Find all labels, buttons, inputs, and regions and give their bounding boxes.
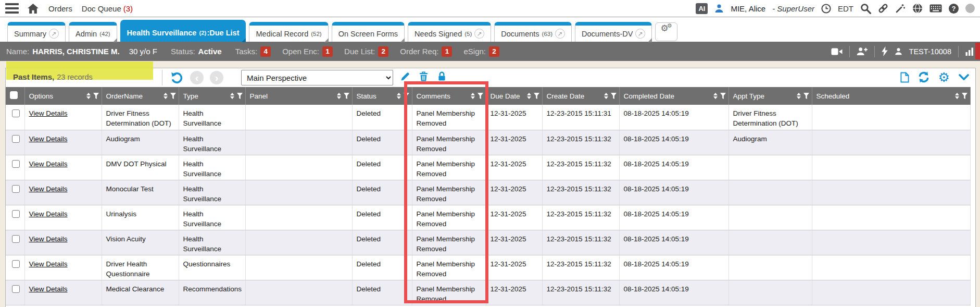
tab-settings-gears[interactable]: ⚙ ⚙ (655, 22, 677, 41)
header-scheduled[interactable]: Scheduled (812, 87, 970, 105)
view-details-link[interactable]: View Details (29, 285, 68, 293)
clock-icon[interactable] (821, 4, 831, 14)
prev-page-icon[interactable]: ‹ (190, 71, 204, 84)
collapse-chevron-icon[interactable] (959, 74, 969, 80)
lightning-icon[interactable] (882, 46, 888, 56)
tasks-badge[interactable]: 4 (260, 46, 271, 57)
filter-funnel-icon[interactable] (93, 93, 99, 99)
globe-icon[interactable] (912, 3, 923, 14)
tab-admin[interactable]: Admin (42) (69, 22, 117, 42)
header-appt-type[interactable]: Appt Type (728, 87, 812, 105)
breadcrumb-doc-queue[interactable]: Doc Queue(3) (82, 4, 133, 13)
user-name[interactable]: MIE, Alice (731, 4, 765, 13)
row-checkbox[interactable] (12, 260, 20, 268)
header-type[interactable]: Type (179, 87, 245, 105)
external-link-icon[interactable]: ↗ (635, 29, 645, 39)
view-details-link[interactable]: View Details (29, 109, 68, 117)
filter-funnel-icon[interactable] (478, 93, 483, 99)
tab-documents[interactable]: Documents (63) ↗ (494, 22, 572, 42)
order-req-badge[interactable]: 1 (442, 46, 452, 57)
lock-icon[interactable] (438, 71, 446, 81)
tab-summary[interactable]: Summary ↗ (7, 22, 66, 42)
filter-funnel-icon[interactable] (962, 93, 968, 99)
person-icon[interactable] (895, 47, 902, 55)
sort-icon[interactable] (230, 93, 234, 99)
external-link-icon[interactable]: ↗ (555, 29, 565, 39)
delete-trash-icon[interactable] (419, 71, 428, 81)
view-details-link[interactable]: View Details (29, 210, 68, 218)
keyboard-icon[interactable] (929, 4, 942, 13)
ai-badge[interactable]: AI (696, 3, 708, 14)
add-person-icon[interactable] (857, 47, 868, 56)
bar-chart-icon[interactable] (965, 47, 974, 56)
tab-health-surveillance[interactable]: Health Surveillance (2) :Due List (120, 20, 246, 42)
refresh-icon[interactable] (918, 71, 929, 83)
home-icon[interactable] (27, 3, 39, 14)
filter-funnel-icon[interactable] (720, 93, 726, 99)
search-icon[interactable] (860, 3, 871, 14)
due-list-badge[interactable]: 2 (378, 46, 388, 57)
sort-icon[interactable] (397, 93, 401, 99)
row-checkbox[interactable] (12, 135, 20, 143)
hamburger-menu-icon[interactable] (5, 3, 19, 14)
chart-id[interactable]: TEST-10008 (909, 47, 951, 56)
row-checkbox[interactable] (12, 235, 20, 243)
filter-funnel-icon[interactable] (404, 93, 409, 99)
view-details-link[interactable]: View Details (29, 160, 68, 168)
next-page-icon[interactable]: › (210, 71, 223, 84)
open-enc-badge[interactable]: 1 (322, 46, 333, 57)
filter-funnel-icon[interactable] (170, 93, 176, 99)
wand-icon[interactable] (895, 3, 906, 14)
sort-icon[interactable] (86, 93, 91, 99)
view-details-link[interactable]: View Details (29, 260, 68, 268)
view-details-link[interactable]: View Details (29, 135, 68, 143)
user-icon[interactable] (714, 4, 724, 13)
esign-badge[interactable]: 2 (489, 46, 499, 57)
sort-icon[interactable] (797, 93, 801, 99)
edit-pencil-icon[interactable] (400, 71, 410, 81)
header-status[interactable]: Status (352, 87, 412, 105)
row-checkbox[interactable] (12, 210, 20, 218)
external-link-icon[interactable]: ↗ (474, 29, 484, 39)
sort-icon[interactable] (337, 93, 341, 99)
header-ordername[interactable]: OrderName (102, 87, 179, 105)
row-checkbox[interactable] (12, 109, 20, 117)
filter-funnel-icon[interactable] (611, 93, 617, 99)
header-panel[interactable]: Panel (245, 87, 352, 105)
filter-funnel-icon[interactable] (344, 93, 349, 99)
perspective-select[interactable]: Main Perspective (241, 70, 393, 85)
cell-scheduled (812, 105, 970, 130)
view-details-link[interactable]: View Details (29, 185, 68, 193)
undo-icon[interactable] (170, 71, 183, 84)
filter-funnel-icon[interactable] (237, 93, 243, 99)
sort-icon[interactable] (604, 93, 608, 99)
header-create-date[interactable]: Create Date (542, 87, 619, 105)
video-camera-icon[interactable] (831, 48, 843, 55)
external-link-icon[interactable]: ↗ (49, 29, 59, 39)
sort-icon[interactable] (471, 93, 475, 99)
header-completed-date[interactable]: Completed Date (619, 87, 728, 105)
row-checkbox[interactable] (12, 160, 20, 168)
header-comments[interactable]: Comments (412, 87, 486, 105)
sort-icon[interactable] (713, 93, 718, 99)
help-icon[interactable]: ? (949, 4, 959, 14)
link-icon[interactable] (878, 3, 888, 14)
row-checkbox[interactable] (12, 185, 20, 193)
tab-documents-dv[interactable]: Documents-DV ↗ (575, 22, 652, 42)
tab-medical-record[interactable]: Medical Record (52) (249, 22, 328, 42)
sort-icon[interactable] (164, 93, 168, 99)
settings-gear-icon[interactable]: ⚙ (938, 71, 950, 83)
breadcrumb-orders[interactable]: Orders (48, 4, 72, 13)
tab-needs-signed[interactable]: Needs Signed (5) ↗ (408, 22, 491, 42)
filter-funnel-icon[interactable] (803, 93, 809, 99)
new-document-icon[interactable] (900, 72, 909, 83)
header-options[interactable]: Options (24, 87, 102, 105)
filter-funnel-icon[interactable] (534, 93, 539, 99)
select-all-checkbox[interactable] (10, 91, 18, 99)
header-due-date[interactable]: Due Date (486, 87, 542, 105)
tab-on-screen-forms[interactable]: On Screen Forms (332, 22, 405, 42)
sort-icon[interactable] (527, 93, 531, 99)
sort-icon[interactable] (955, 93, 959, 99)
row-checkbox[interactable] (12, 285, 20, 293)
view-details-link[interactable]: View Details (29, 235, 68, 243)
